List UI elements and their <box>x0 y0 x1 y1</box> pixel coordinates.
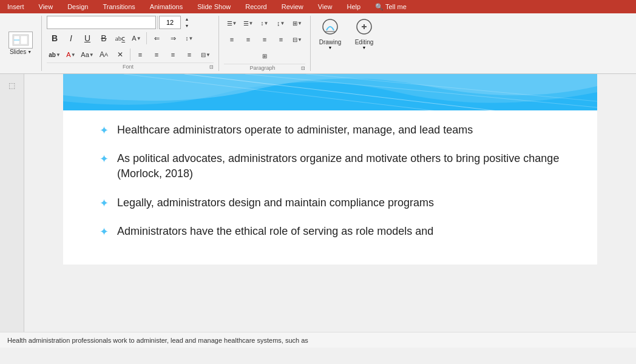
status-bar: Health administration professionals work… <box>0 332 636 348</box>
ribbon-tab-help[interactable]: Help <box>344 2 363 12</box>
text-highlight-btn[interactable]: ab ▼ <box>47 47 63 62</box>
strikethrough-button[interactable]: B <box>96 31 112 46</box>
ribbon-tab-view2[interactable]: View <box>316 2 335 12</box>
bullet-item-1: ✦ Healthcare administrators operate to a… <box>100 123 567 138</box>
font-group: ▲ ▼ B I U B abc̲ A ▼ ⇐ <box>44 15 216 72</box>
paragraph-section-label: Paragraph ⊡ <box>224 64 305 71</box>
toolbar: Slides ▼ ▲ ▼ <box>0 13 636 74</box>
bullet-item-4: ✦ Administrators have the ethical role o… <box>100 224 567 239</box>
editing-button[interactable]: Editing ▼ <box>347 15 381 72</box>
bullet-star-3: ✦ <box>100 197 109 210</box>
font-size-btn[interactable]: A A <box>96 47 112 62</box>
align-right-btn[interactable]: ≡ <box>165 47 181 62</box>
columns-para-btn[interactable]: ⊟▼ <box>289 32 305 47</box>
paragraph-group: ☰▼ ☰▼ ↕▼ ↨▼ ⊞▼ ≡ <box>222 15 308 72</box>
columns-btn[interactable]: ⊟ ▼ <box>198 47 214 62</box>
font-color-btn[interactable]: A ▼ <box>129 31 144 46</box>
ribbon-tab-transitions[interactable]: Transitions <box>100 2 137 12</box>
bullet-star-4: ✦ <box>100 225 109 238</box>
justify-para-btn[interactable]: ≡ <box>273 32 289 47</box>
shadow-button[interactable]: abc̲ <box>112 31 128 46</box>
main-area: ⬚ <box>0 74 636 332</box>
bullet-content: ✦ Healthcare administrators operate to a… <box>63 110 597 265</box>
underline-button[interactable]: U <box>80 31 95 46</box>
line-spacing-btn[interactable]: ↕ ▼ <box>181 31 197 46</box>
slides-button[interactable]: Slides ▼ <box>2 15 39 72</box>
status-text: Health administration professionals work… <box>7 337 308 344</box>
ribbon-menu: Insert View Design Transitions Animation… <box>0 0 636 13</box>
ribbon-tab-review[interactable]: Review <box>279 2 306 12</box>
wave-header <box>63 74 597 110</box>
ribbon-tab-tellme[interactable]: 🔍 Tell me <box>373 2 409 12</box>
ribbon-tab-slideshow[interactable]: Slide Show <box>195 2 233 12</box>
editing-arrow: ▼ <box>362 46 367 50</box>
font-size-down-btn[interactable]: ▼ <box>182 22 192 29</box>
font-expand-icon[interactable]: ⊡ <box>209 64 214 70</box>
font-section-label: Font ⊡ <box>47 62 214 70</box>
bullet-star-2: ✦ <box>100 152 109 166</box>
ribbon-tab-record[interactable]: Record <box>243 2 269 12</box>
slide-area[interactable]: ✦ Healthcare administrators operate to a… <box>24 74 636 332</box>
decrease-indent-btn[interactable]: ⇐ <box>149 31 164 46</box>
font-size-up-btn[interactable]: ▲ <box>182 16 192 22</box>
bullet-item-2: ✦ As political advocates, administrators… <box>100 151 567 181</box>
slide: ✦ Healthcare administrators operate to a… <box>63 74 597 265</box>
bullet-text-3: Legally, administrators design and maint… <box>117 195 434 211</box>
font-case-btn[interactable]: Aa ▼ <box>80 47 95 62</box>
align-center-btn[interactable]: ≡ <box>149 47 164 62</box>
editing-icon <box>354 17 374 39</box>
text-direction-btn[interactable]: ↨▼ <box>273 16 289 30</box>
paragraph-expand-icon[interactable]: ⊡ <box>301 66 305 71</box>
slides-label: Slides ▼ <box>10 49 32 55</box>
font-name-input[interactable] <box>47 16 156 29</box>
drawing-button[interactable]: Drawing ▼ <box>313 15 347 72</box>
ribbon-tab-design[interactable]: Design <box>65 2 90 12</box>
bullet-text-1: Healthcare administrators operate to adm… <box>117 123 473 138</box>
smart-art-btn[interactable]: ⊞ <box>257 49 272 63</box>
align-right-para-btn[interactable]: ≡ <box>257 32 272 47</box>
bullets-btn[interactable]: ☰▼ <box>224 16 240 30</box>
bullet-item-3: ✦ Legally, administrators design and mai… <box>100 195 567 211</box>
align-left-para-btn[interactable]: ≡ <box>224 32 240 47</box>
drawing-label: Drawing <box>319 39 342 46</box>
clear-formatting-btn[interactable]: ✕ <box>112 47 128 62</box>
svg-rect-2 <box>21 36 27 44</box>
line-space-para-btn[interactable]: ↕▼ <box>257 16 272 30</box>
editing-label: Editing <box>355 39 374 46</box>
text-align-vert-btn[interactable]: ⊞▼ <box>289 16 305 30</box>
italic-button[interactable]: I <box>63 31 79 46</box>
left-panel: ⬚ <box>0 74 24 332</box>
bullet-text-4: Administrators have the ethical role of … <box>117 224 433 239</box>
font-color-2-btn[interactable]: A ▼ <box>63 47 79 62</box>
slide-panel-icon: ⬚ <box>8 81 15 90</box>
align-left-btn[interactable]: ≡ <box>132 47 148 62</box>
ribbon-tab-animations[interactable]: Animations <box>147 2 185 12</box>
ribbon-tab-view[interactable]: View <box>36 2 56 12</box>
font-size-input[interactable] <box>159 16 181 29</box>
bullet-star-1: ✦ <box>100 124 109 137</box>
drawing-icon <box>320 17 340 39</box>
justify-btn[interactable]: ≡ <box>181 47 197 62</box>
drawing-arrow: ▼ <box>328 46 333 50</box>
increase-indent-btn[interactable]: ⇒ <box>165 31 181 46</box>
bold-button[interactable]: B <box>47 31 63 46</box>
align-center-para-btn[interactable]: ≡ <box>240 32 256 47</box>
ribbon-tab-insert[interactable]: Insert <box>5 2 27 12</box>
numbering-btn[interactable]: ☰▼ <box>240 16 256 30</box>
bullet-text-2: As political advocates, administrators o… <box>117 151 567 181</box>
